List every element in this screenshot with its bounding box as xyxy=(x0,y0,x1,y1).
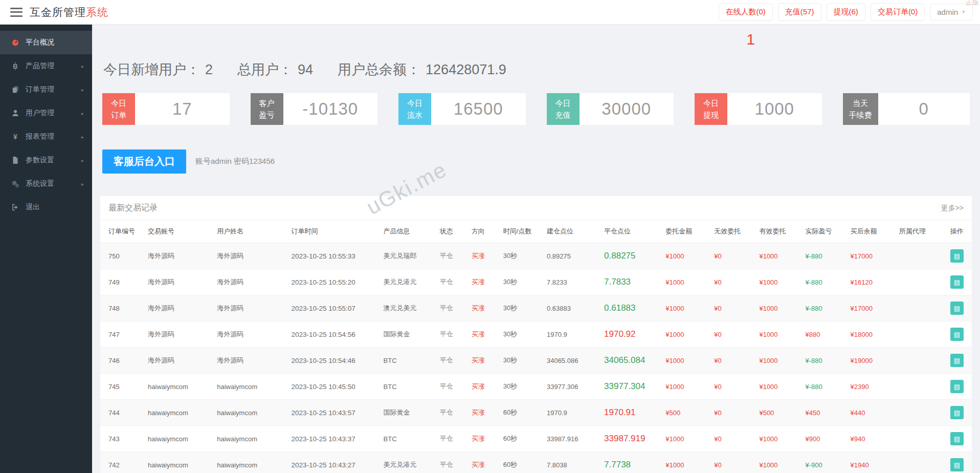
sidebar-item-6[interactable]: 系统设置▸ xyxy=(0,172,92,196)
cell-name: haiwaiymcom xyxy=(213,426,287,452)
topbar-stat-button-2[interactable]: 提现(6) xyxy=(827,3,865,21)
cell-name: haiwaiymcom xyxy=(213,400,287,426)
cell-valid: ¥1000 xyxy=(755,243,801,269)
cell-product: 美元兑港元 xyxy=(380,452,436,473)
cell-direction: 买涨 xyxy=(467,452,499,473)
cell-balance: ¥19000 xyxy=(847,348,895,374)
order-detail-icon[interactable]: ▤ xyxy=(950,432,964,445)
cell-balance: ¥18000 xyxy=(847,321,895,348)
order-detail-icon[interactable]: ▤ xyxy=(950,458,964,471)
cell-duration: 30秒 xyxy=(499,295,543,321)
sidebar-item-1[interactable]: B产品管理▸ xyxy=(0,54,92,78)
cell-action: ▤ xyxy=(946,243,972,269)
cell-entrust: ¥1000 xyxy=(661,452,710,473)
order-detail-icon[interactable]: ▤ xyxy=(950,354,964,367)
sidebar-item-4[interactable]: ¥报表管理▸ xyxy=(0,125,92,148)
cell-agent xyxy=(895,295,946,321)
service-row: 客服后台入口 账号admin 密码123456 xyxy=(100,149,972,174)
cell-product: 国际黄金 xyxy=(380,400,436,426)
summary-card-1: 客户盈亏-10130 xyxy=(251,93,378,125)
topbar-stat-button-0[interactable]: 在线人数(0) xyxy=(719,3,773,21)
cell-open: 33977.306 xyxy=(543,374,600,400)
cell-action: ▤ xyxy=(946,374,972,400)
table-header-row: 订单编号交易账号用户姓名订单时间产品信息状态方向时间/点数建仓点位平仓点位委托金… xyxy=(100,220,972,243)
cell-valid: ¥1000 xyxy=(755,321,801,348)
cell-direction: 买涨 xyxy=(467,426,499,452)
topbar-stat-buttons: 在线人数(0)充值(57)提现(6)交易订单(0) xyxy=(719,3,925,21)
stat-item-1: 总用户：94 xyxy=(237,60,313,79)
card-value: -10130 xyxy=(283,93,378,125)
cell-status: 平仓 xyxy=(436,243,467,269)
cell-close: 1970.91 xyxy=(600,400,661,426)
sidebar-item-label: 退出 xyxy=(26,203,84,212)
cell-valid: ¥1000 xyxy=(755,426,801,452)
order-detail-icon[interactable]: ▤ xyxy=(950,302,964,315)
order-detail-icon[interactable]: ▤ xyxy=(950,406,964,419)
menu-toggle-icon[interactable] xyxy=(10,8,23,17)
overlay-number: 1 xyxy=(746,31,755,48)
cell-open: 33987.916 xyxy=(543,426,600,452)
cell-invalid: ¥0 xyxy=(710,400,755,426)
yen-icon: ¥ xyxy=(10,133,20,141)
sidebar-item-label: 报表管理 xyxy=(26,132,81,141)
stat-value: 126428071.9 xyxy=(426,62,506,77)
sidebar-item-7[interactable]: 退出 xyxy=(0,196,92,219)
table-row: 744haiwaiymcomhaiwaiymcom2023-10-25 10:4… xyxy=(100,400,972,426)
card-value: 16500 xyxy=(431,93,526,125)
order-detail-icon[interactable]: ▤ xyxy=(950,249,964,263)
card-value: 17 xyxy=(135,93,230,125)
col-header-product: 产品信息 xyxy=(380,220,436,243)
cell-balance: ¥17000 xyxy=(847,243,895,269)
cell-invalid: ¥0 xyxy=(710,269,755,295)
cell-balance: ¥17000 xyxy=(847,295,895,321)
cell-agent xyxy=(895,243,946,269)
cell-agent xyxy=(895,321,946,348)
more-link[interactable]: 更多>> xyxy=(941,204,964,213)
cell-invalid: ¥0 xyxy=(710,426,755,452)
app-title-main: 互金所管理 xyxy=(30,6,86,18)
cell-account: 海外源码 xyxy=(144,269,213,295)
col-header-name: 用户姓名 xyxy=(213,220,287,243)
sidebar-item-5[interactable]: 参数设置▸ xyxy=(0,148,92,172)
sidebar-item-3[interactable]: 用户管理▸ xyxy=(0,101,92,125)
order-detail-icon[interactable]: ▤ xyxy=(950,275,964,289)
sidebar-item-2[interactable]: 订单管理▸ xyxy=(0,78,92,101)
cell-agent xyxy=(895,348,946,374)
cell-direction: 买涨 xyxy=(467,243,499,269)
sidebar-item-0[interactable]: 平台概况 xyxy=(0,31,92,54)
admin-menu[interactable]: admin ▼ xyxy=(930,4,973,20)
cell-agent xyxy=(895,426,946,452)
col-header-time: 订单时间 xyxy=(287,220,379,243)
cell-close: 0.61883 xyxy=(600,295,661,321)
stat-label: 用户总余额： xyxy=(338,62,420,77)
cell-open: 0.63883 xyxy=(543,295,600,321)
cell-product: BTC xyxy=(380,426,436,452)
bitcoin-icon: B xyxy=(10,62,20,70)
cell-id: 750 xyxy=(100,243,144,269)
cell-id: 746 xyxy=(100,348,144,374)
cell-entrust: ¥1000 xyxy=(661,321,710,348)
cell-profit: ¥880 xyxy=(801,321,847,348)
cell-entrust: ¥1000 xyxy=(661,374,710,400)
cell-direction: 买涨 xyxy=(467,348,499,374)
cell-profit: ¥-880 xyxy=(801,243,847,269)
cell-agent xyxy=(895,374,946,400)
admin-username: admin xyxy=(937,8,958,16)
col-header-duration: 时间/点数 xyxy=(499,220,543,243)
order-detail-icon[interactable]: ▤ xyxy=(950,380,964,393)
table-row: 746海外源码海外源码2023-10-25 10:54:46BTC平仓买涨30秒… xyxy=(100,348,972,374)
cell-product: 美元兑港元 xyxy=(380,269,436,295)
service-backend-button[interactable]: 客服后台入口 xyxy=(102,149,186,174)
cell-id: 744 xyxy=(100,400,144,426)
topbar-stat-button-1[interactable]: 充值(57) xyxy=(778,3,821,21)
topbar-stat-button-3[interactable]: 交易订单(0) xyxy=(871,3,925,21)
cell-profit: ¥-880 xyxy=(801,295,847,321)
cell-balance: ¥16120 xyxy=(847,269,895,295)
cell-product: BTC xyxy=(380,348,436,374)
order-detail-icon[interactable]: ▤ xyxy=(950,328,964,341)
cell-open: 7.8038 xyxy=(543,452,600,473)
service-credentials: 账号admin 密码123456 xyxy=(195,157,275,166)
cell-profit: ¥-900 xyxy=(801,452,847,473)
sidebar: 平台概况B产品管理▸订单管理▸用户管理▸¥报表管理▸参数设置▸系统设置▸退出 xyxy=(0,25,92,473)
cell-duration: 30秒 xyxy=(499,321,543,348)
